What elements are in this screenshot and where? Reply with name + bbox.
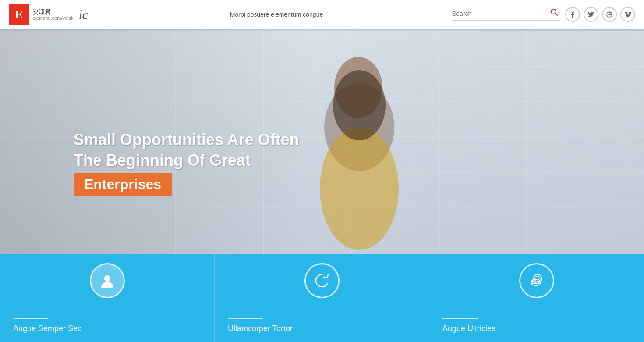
hero-content: Small Opportunities Are Often The Beginn… [0,29,644,342]
card-3-icon [519,263,554,298]
hero-line2: The Beginning Of Great [74,150,299,171]
card-1-divider [13,318,48,319]
facebook-icon [570,11,576,18]
search-button[interactable] [548,8,560,18]
vimeo-button[interactable] [620,7,635,22]
logo-ic: ic [79,7,88,23]
header: E 资源君 eyunzhu.com/vdisk ic Morbi posuere… [0,0,644,29]
hero-enterprises: Enterprises [74,173,172,196]
card-2[interactable]: Ullamcorper Tortor [215,254,429,342]
card-3-divider [442,318,478,319]
twitter-icon [588,12,594,17]
cards-row: Augue Semper Sed Ullamcorper Tortor [0,254,644,342]
hero-text: Small Opportunities Are Often The Beginn… [74,130,299,196]
twitter-button[interactable] [584,7,598,22]
coins-icon [528,272,545,289]
refresh-icon [313,272,331,289]
person-icon [99,273,115,289]
search-area [452,8,560,21]
card-3-title: Augue Ultricies [442,324,495,333]
logo-e-letter: E [9,4,29,25]
social-icons [565,7,635,22]
logo-text: 资源君 eyunzhu.com/vdisk [32,8,74,21]
svg-point-20 [104,275,110,281]
hero-line1: Small Opportunities Are Often [74,130,299,150]
card-2-icon [304,263,340,298]
facebook-button[interactable] [565,7,580,22]
svg-line-18 [556,14,558,16]
card-3[interactable]: Augue Ultricies [429,254,644,342]
logo-chinese: 资源君 [32,8,74,16]
logo-block: E 资源君 eyunzhu.com/vdisk ic [9,4,101,25]
card-2-title: Ullamcorper Tortor [228,324,293,333]
dribbble-button[interactable] [602,7,617,22]
search-input[interactable] [452,10,548,17]
card-1-title: Augue Semper Sed [13,324,82,333]
svg-point-19 [607,12,612,17]
card-1[interactable]: Augue Semper Sed [0,254,215,342]
dribbble-icon [606,11,612,18]
search-icon [550,8,558,16]
nav-tagline: Morbi posuere elementum congue [101,11,452,18]
card-1-icon [90,263,125,298]
card-2-divider [228,318,263,319]
logo-url: eyunzhu.com/vdisk [32,15,74,21]
vimeo-icon [624,11,631,18]
